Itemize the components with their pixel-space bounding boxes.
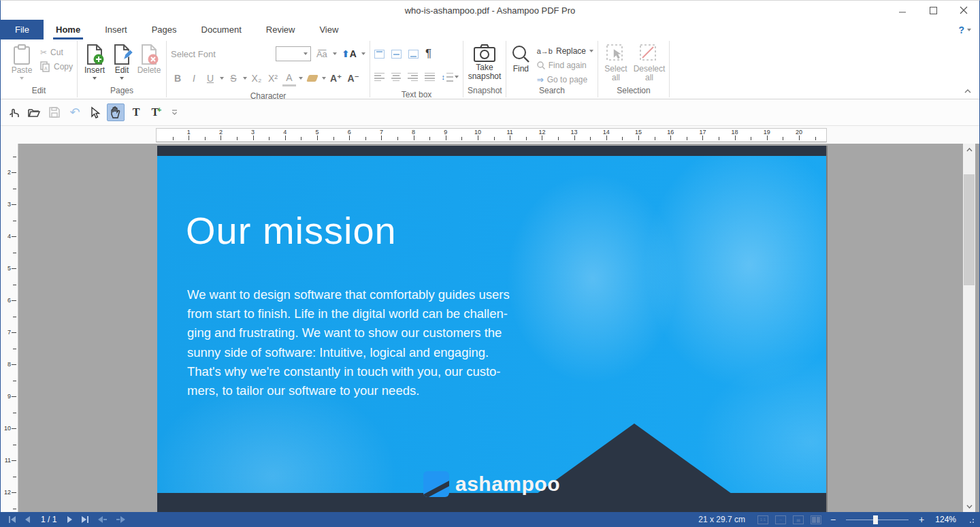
deselect-all-button[interactable]: Deselect all: [634, 42, 665, 82]
slide-title: Our mission: [186, 208, 397, 253]
group-label-textbox: Text box: [374, 89, 459, 101]
chevron-down-icon: [304, 52, 308, 55]
actual-size-button[interactable]: 1:1: [757, 515, 768, 524]
select-all-button[interactable]: Select all: [602, 42, 630, 82]
zoom-out-button[interactable]: −: [828, 514, 838, 525]
scrollbar-thumb[interactable]: [964, 174, 975, 285]
group-textbox: ¶ ↕ Text box: [370, 39, 463, 99]
resize-grip[interactable]: [967, 516, 974, 523]
first-page-button[interactable]: [9, 516, 16, 523]
next-view-button[interactable]: [116, 516, 125, 523]
italic-button[interactable]: I: [187, 70, 201, 86]
scroll-up-button[interactable]: [963, 144, 975, 155]
formatting-marks-button[interactable]: ¶: [425, 47, 431, 61]
cut-button[interactable]: ✂ Cut: [40, 48, 73, 57]
chevron-down-icon: [20, 77, 24, 80]
fit-width-button[interactable]: ↔: [775, 515, 786, 524]
help-button[interactable]: ?: [958, 20, 979, 39]
highlight-button[interactable]: [306, 70, 319, 86]
toolbar-overflow-button[interactable]: [168, 103, 180, 121]
chevron-down-icon: [120, 77, 124, 80]
find-again-button[interactable]: Find again: [537, 61, 593, 70]
text-direction-button[interactable]: ⬆A: [341, 46, 357, 62]
title-bar: who-is-ashampoo.pdf - Ashampoo PDF Pro: [1, 1, 979, 20]
next-page-button[interactable]: [67, 516, 72, 523]
edit-text-button[interactable]: T: [127, 103, 145, 121]
ribbon: Paste ✂ Cut A Copy Edit: [1, 39, 979, 99]
align-middle-icon[interactable]: [391, 50, 402, 59]
go-to-page-button[interactable]: ⇒ Go to page: [537, 75, 593, 84]
hand-tool-button[interactable]: [107, 103, 125, 121]
previous-view-button[interactable]: [98, 516, 107, 523]
maximize-button[interactable]: [918, 1, 949, 20]
insert-page-button[interactable]: Insert: [82, 42, 108, 80]
collapse-ribbon-button[interactable]: [964, 84, 971, 96]
find-button[interactable]: Find: [510, 42, 532, 74]
superscript-button[interactable]: X²: [266, 70, 280, 86]
scroll-down-button[interactable]: [963, 500, 975, 512]
save-button[interactable]: [46, 103, 63, 121]
slide-body-text: We want to design software that comforta…: [187, 285, 527, 400]
fit-page-button[interactable]: ▤: [793, 515, 804, 524]
subscript-button[interactable]: X₂: [250, 70, 263, 86]
font-name-field[interactable]: Select Font: [171, 49, 272, 59]
close-button[interactable]: [949, 1, 979, 20]
touch-mode-button[interactable]: [5, 103, 22, 121]
zoom-slider[interactable]: [846, 520, 909, 520]
font-size-combo[interactable]: [276, 46, 311, 61]
line-spacing-button[interactable]: ↕: [442, 73, 459, 82]
align-right-icon[interactable]: [408, 73, 418, 82]
page-edit-icon: [112, 44, 132, 65]
select-tool-button[interactable]: [86, 103, 104, 121]
tab-view[interactable]: View: [307, 20, 350, 39]
edit-page-button[interactable]: Edit: [109, 42, 135, 80]
chevron-down-icon: [967, 29, 971, 31]
document-canvas[interactable]: 23456789101112 Our mission We want to de…: [1, 144, 979, 512]
align-center-icon[interactable]: [391, 73, 402, 82]
add-text-button[interactable]: T+: [148, 103, 165, 121]
tab-home[interactable]: Home: [44, 20, 93, 39]
folder-open-icon: [28, 108, 40, 118]
align-top-icon[interactable]: [374, 50, 385, 59]
ruler-row: 1234567891011121314151617181920: [1, 126, 979, 144]
two-page-view-button[interactable]: [811, 515, 821, 524]
font-color-button[interactable]: A: [282, 70, 296, 86]
page-indicator[interactable]: 1 / 1: [41, 515, 56, 524]
delete-page-button[interactable]: Delete: [136, 42, 162, 75]
grow-font-button[interactable]: A⁺: [329, 70, 344, 86]
group-label-edit: Edit: [5, 84, 73, 97]
minimize-button[interactable]: [887, 1, 918, 20]
tab-review[interactable]: Review: [254, 20, 308, 39]
paste-button[interactable]: Paste: [9, 42, 35, 80]
zoom-in-button[interactable]: +: [917, 514, 926, 525]
underline-button[interactable]: U: [203, 70, 217, 86]
tab-pages[interactable]: Pages: [140, 20, 189, 39]
tab-file[interactable]: File: [1, 20, 44, 39]
shrink-font-button[interactable]: A⁻: [346, 70, 361, 86]
chevron-down-icon: [333, 52, 337, 55]
vertical-scrollbar[interactable]: [963, 144, 975, 512]
strikethrough-button[interactable]: S: [227, 70, 240, 86]
tab-document[interactable]: Document: [189, 20, 254, 39]
select-all-icon: [606, 44, 625, 63]
undo-button[interactable]: ↶: [66, 103, 84, 121]
take-snapshot-button[interactable]: Take snapshot: [468, 42, 502, 81]
svg-text:A: A: [44, 66, 48, 71]
zoom-slider-thumb[interactable]: [873, 515, 878, 524]
tab-insert[interactable]: Insert: [93, 20, 140, 39]
copy-button[interactable]: A Copy: [40, 61, 73, 72]
previous-page-button[interactable]: [25, 516, 30, 523]
last-page-button[interactable]: [82, 516, 88, 523]
justify-icon[interactable]: [425, 73, 435, 82]
chevron-down-icon: [93, 77, 97, 80]
pdf-page[interactable]: Our mission We want to design software t…: [157, 146, 826, 512]
replace-button[interactable]: a→b Replace: [537, 46, 593, 56]
bold-button[interactable]: B: [171, 70, 184, 86]
ashampoo-logo-icon: [423, 471, 449, 497]
open-file-button[interactable]: [25, 103, 43, 121]
chevron-down-icon: [243, 77, 247, 80]
align-left-icon[interactable]: [374, 73, 385, 82]
change-case-button[interactable]: A͞a: [315, 46, 329, 62]
group-snapshot: Take snapshot Snapshot: [463, 39, 506, 99]
align-bottom-icon[interactable]: [408, 50, 419, 59]
